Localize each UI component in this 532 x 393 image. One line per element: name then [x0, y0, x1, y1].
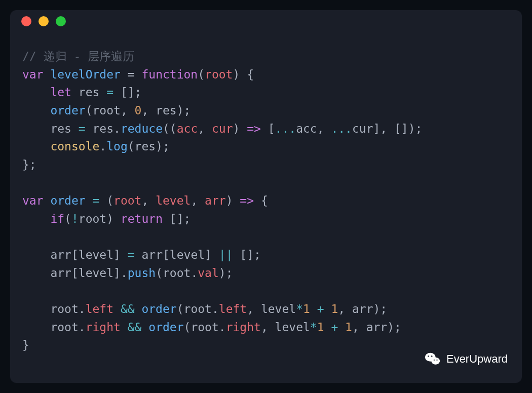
- code-number: 0: [135, 104, 142, 117]
- window-titlebar: [10, 10, 522, 32]
- code-property: left: [219, 302, 247, 316]
- wechat-icon: [424, 350, 441, 368]
- svg-point-4: [434, 360, 435, 361]
- code-property: right: [86, 321, 121, 334]
- code-param: cur: [212, 122, 233, 135]
- code-content: // 递归 - 层序遍历 var levelOrder = function(r…: [10, 32, 522, 360]
- close-button[interactable]: [21, 16, 31, 26]
- code-property: val: [198, 266, 219, 280]
- code-param: arr: [205, 194, 226, 207]
- code-function-call: order: [141, 302, 176, 316]
- code-keyword: return: [121, 212, 163, 225]
- svg-point-1: [431, 358, 440, 365]
- code-param: level: [156, 194, 191, 207]
- code-identifier: levelOrder: [50, 68, 120, 81]
- code-number: 1: [303, 302, 310, 316]
- code-console: console: [50, 140, 99, 153]
- svg-point-2: [428, 356, 429, 357]
- code-method: log: [106, 140, 128, 153]
- code-property: left: [86, 302, 113, 316]
- code-property: right: [226, 321, 261, 334]
- code-keyword: if: [50, 212, 64, 225]
- code-keyword: function: [141, 68, 198, 81]
- maximize-button[interactable]: [56, 16, 66, 26]
- code-comment: // 递归 - 层序遍历: [22, 50, 134, 63]
- code-function-call: order: [50, 104, 85, 117]
- code-arrow: =>: [247, 122, 261, 135]
- watermark-text: EverUpward: [446, 352, 508, 366]
- code-number: 1: [345, 321, 352, 334]
- code-keyword: var: [22, 68, 44, 81]
- svg-point-5: [436, 360, 437, 361]
- code-arrow: =>: [240, 194, 254, 207]
- svg-point-3: [431, 356, 433, 357]
- code-keyword: let: [50, 86, 71, 99]
- code-window: // 递归 - 层序遍历 var levelOrder = function(r…: [10, 10, 522, 383]
- code-method: push: [128, 266, 156, 280]
- code-param: root: [205, 68, 233, 81]
- code-identifier: order: [44, 194, 93, 207]
- watermark: EverUpward: [424, 350, 508, 368]
- code-number: 1: [317, 321, 324, 334]
- code-method: reduce: [121, 122, 163, 135]
- minimize-button[interactable]: [39, 16, 49, 26]
- code-function-call: order: [148, 321, 183, 334]
- code-param: acc: [177, 122, 198, 135]
- code-number: 1: [331, 302, 338, 316]
- code-keyword: var: [22, 194, 44, 207]
- code-param: root: [113, 194, 141, 207]
